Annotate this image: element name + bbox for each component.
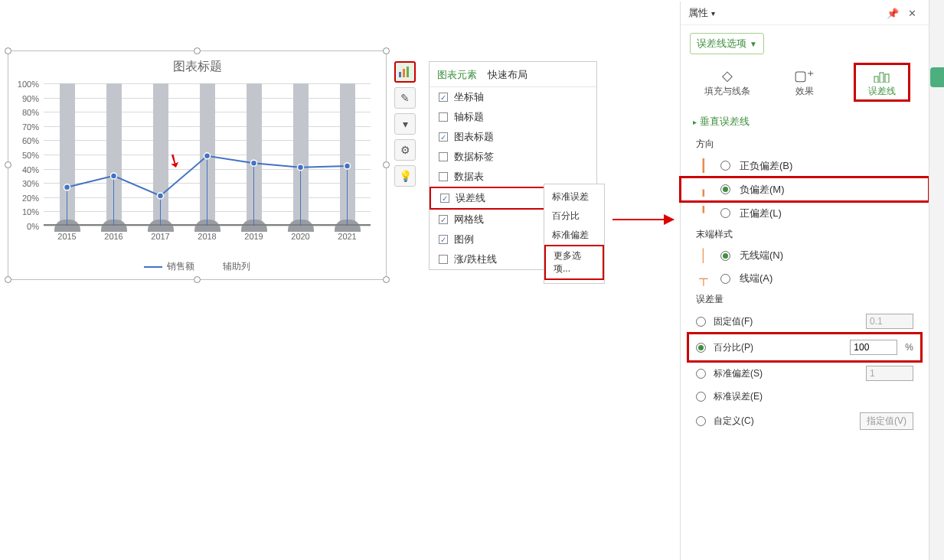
menu-item-label: 涨/跌柱线 [454, 252, 497, 266]
checkbox-icon[interactable] [439, 172, 448, 181]
stdev-value-input[interactable] [866, 366, 913, 381]
pin-icon[interactable]: 📌 [882, 8, 903, 19]
checkbox-icon[interactable] [439, 152, 448, 161]
fixed-value-input[interactable] [866, 314, 913, 329]
annotation-arrow-icon [612, 219, 674, 220]
y-tick-label: 90% [22, 94, 39, 103]
section-vertical-errorbar[interactable]: ▸垂直误差线 [681, 109, 929, 135]
checkbox-icon[interactable] [439, 112, 448, 122]
resize-handle[interactable] [5, 47, 11, 54]
effects-icon: ▢⁺ [780, 67, 829, 85]
x-tick-label: 2017 [151, 232, 169, 241]
x-tick-label: 2019 [244, 232, 263, 241]
svg-point-12 [298, 164, 304, 171]
direction-minus[interactable]: ╻ 负偏差(M) [681, 177, 929, 201]
amount-fixed[interactable]: 固定值(F) [681, 309, 929, 334]
error-amount-label: 误差量 [681, 290, 929, 309]
resize-handle[interactable] [383, 47, 390, 54]
submenu-std-dev[interactable]: 标准偏差 [544, 226, 604, 245]
direction-label: 方向 [681, 135, 929, 154]
menu-item[interactable]: ✓坐标轴 [430, 87, 596, 107]
close-icon[interactable]: ✕ [903, 8, 921, 19]
end-cap[interactable]: ┬ 线端(A) [681, 267, 929, 290]
x-tick-label: 2016 [104, 232, 122, 241]
menu-item-label: 图例 [454, 233, 474, 246]
chart-legend: 销售额 辅助列 [8, 260, 386, 273]
amount-custom[interactable]: 自定义(C) 指定值(V) [681, 408, 929, 435]
checkbox-icon[interactable]: ✓ [440, 194, 449, 203]
menu-item-label: 轴标题 [454, 110, 484, 124]
amount-stdev[interactable]: 标准偏差(S) [681, 361, 929, 386]
svg-point-10 [204, 153, 211, 159]
errorbar-submenu: 标准误差 百分比 标准偏差 更多选项... [544, 184, 605, 284]
side-tab-handle[interactable] [930, 67, 944, 87]
menu-item-label: 图表标题 [454, 130, 494, 144]
checkbox-icon[interactable]: ✓ [439, 132, 448, 142]
resize-handle[interactable] [383, 276, 390, 283]
svg-point-11 [251, 160, 257, 166]
svg-point-8 [111, 173, 117, 179]
direction-plus[interactable]: ╹ 正偏差(L) [681, 201, 929, 225]
menu-item[interactable]: 轴标题 [430, 107, 596, 127]
tab-chart-elements[interactable]: 图表元素 [437, 68, 477, 82]
y-tick-label: 50% [22, 151, 39, 160]
checkbox-icon[interactable]: ✓ [439, 235, 448, 244]
minus-direction-icon: ╻ [696, 182, 711, 197]
plus-direction-icon: ╹ [696, 206, 711, 220]
cap-icon: ┬ [696, 272, 711, 285]
svg-rect-15 [403, 69, 405, 77]
submenu-std-error[interactable]: 标准误差 [544, 187, 604, 207]
x-tick-label: 2021 [338, 232, 356, 241]
amount-stderr[interactable]: 标准误差(E) [681, 386, 929, 408]
menu-item[interactable]: ✓图表标题 [430, 127, 596, 147]
resize-handle[interactable] [5, 161, 11, 168]
svg-rect-16 [407, 67, 409, 77]
resize-handle[interactable] [194, 276, 201, 283]
y-tick-label: 20% [22, 194, 39, 203]
amount-percent[interactable]: 百分比(P) % [690, 335, 920, 360]
errorbar-icon [857, 67, 906, 85]
chart-elements-button[interactable] [394, 61, 416, 83]
y-tick-label: 40% [22, 165, 39, 174]
menu-item-label: 数据表 [454, 170, 484, 184]
x-tick-label: 2018 [198, 232, 216, 241]
resize-handle[interactable] [194, 47, 201, 54]
end-none[interactable]: │ 无线端(N) [681, 244, 929, 267]
chart-styles-button[interactable]: ✎ [394, 87, 416, 109]
checkbox-icon[interactable]: ✓ [439, 93, 448, 102]
errorbar-options-dropdown[interactable]: 误差线选项▼ [690, 33, 764, 54]
submenu-percent[interactable]: 百分比 [544, 207, 604, 226]
tab-errorbar[interactable]: 误差线 [857, 67, 906, 98]
checkbox-icon[interactable] [439, 255, 448, 264]
chart-floating-toolbar: ✎ ▾ ⚙ 💡 [394, 61, 417, 191]
tab-quick-layout[interactable]: 快速布局 [488, 68, 528, 82]
y-tick-label: 100% [18, 80, 39, 89]
chart-settings-button[interactable]: ⚙ [394, 139, 416, 161]
direction-both[interactable]: ┃ 正负偏差(B) [681, 154, 929, 177]
resize-handle[interactable] [383, 161, 390, 168]
resize-handle[interactable] [5, 276, 11, 283]
tab-effects[interactable]: ▢⁺ 效果 [780, 67, 829, 98]
x-tick-label: 2020 [291, 232, 309, 241]
tab-fill-line[interactable]: ◇ 填充与线条 [703, 67, 752, 98]
specify-value-button[interactable]: 指定值(V) [860, 412, 913, 430]
y-tick-label: 10% [22, 207, 39, 217]
properties-panel: 属性 ▾ 📌 ✕ 误差线选项▼ ◇ 填充与线条 ▢⁺ 效果 误差线 ▸垂直误差线… [680, 2, 929, 560]
y-tick-label: 30% [22, 179, 39, 188]
right-gutter [929, 0, 944, 560]
chart-filter-button[interactable]: ▾ [394, 113, 416, 135]
y-tick-label: 70% [22, 122, 39, 132]
svg-point-9 [158, 193, 164, 199]
menu-item[interactable]: 数据标签 [430, 147, 596, 167]
panel-title: 属性 ▾ [688, 6, 882, 20]
svg-rect-19 [885, 74, 889, 83]
percent-value-input[interactable] [850, 340, 897, 355]
menu-item-label: 误差线 [456, 191, 485, 205]
checkbox-icon[interactable]: ✓ [439, 215, 448, 224]
svg-rect-14 [399, 72, 401, 77]
end-style-label: 末端样式 [681, 225, 929, 244]
chart-tips-button[interactable]: 💡 [394, 165, 416, 187]
chart-container[interactable]: 图表标题 0%10%20%30%40%50%60%70%80%90%100% 2… [8, 50, 387, 280]
submenu-more-options[interactable]: 更多选项... [544, 245, 604, 280]
no-cap-icon: │ [696, 249, 711, 262]
